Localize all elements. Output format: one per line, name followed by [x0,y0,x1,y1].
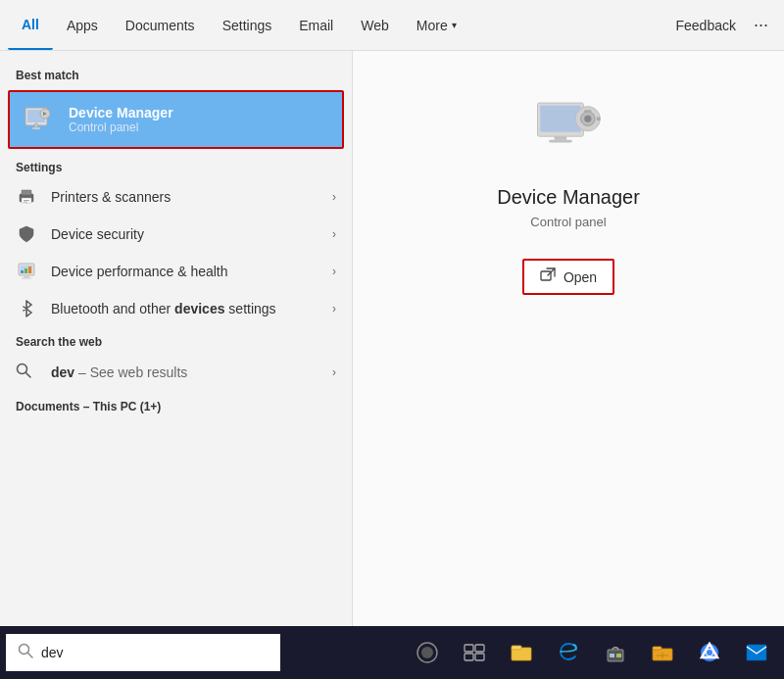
svg-point-33 [421,647,433,658]
tab-apps[interactable]: Apps [53,0,112,50]
svg-rect-35 [475,645,484,652]
svg-rect-8 [24,200,29,201]
right-title: Device Manager [497,186,640,209]
svg-rect-3 [32,127,40,129]
bluetooth-icon [16,300,37,317]
tab-more[interactable]: More ▾ [403,0,470,50]
svg-rect-21 [555,136,567,140]
search-web-label: Search the web [0,327,352,353]
search-box[interactable] [6,634,280,671]
best-match-label: Best match [0,61,352,86]
best-match-subtitle: Control panel [69,121,173,134]
svg-rect-37 [475,654,484,660]
settings-label: Settings [0,153,352,178]
performance-icon [16,263,37,280]
svg-rect-6 [22,190,31,195]
svg-rect-26 [584,110,591,113]
search-icon [18,643,33,662]
svg-rect-27 [597,117,601,121]
svg-line-31 [28,654,33,658]
printer-icon [16,188,37,206]
svg-rect-42 [616,654,621,657]
documents-label: Documents – This PC (1+) [0,392,352,421]
cortana-button[interactable] [408,633,447,672]
taskbar-right [406,633,778,672]
file-explorer-button[interactable] [502,633,541,672]
chevron-right-icon: › [332,265,336,278]
shield-icon [16,225,37,243]
svg-rect-12 [21,270,24,273]
open-label: Open [564,269,597,285]
tab-documents[interactable]: Documents [112,0,209,50]
svg-point-2 [34,123,38,127]
settings-item-bluetooth[interactable]: Bluetooth and other devices settings › [0,290,352,327]
svg-rect-16 [22,278,31,279]
search-web-icon [16,363,37,382]
settings-item-device-perf[interactable]: Device performance & health › [0,253,352,290]
svg-rect-50 [747,645,766,660]
chevron-down-icon: ▾ [452,20,457,30]
chevron-right-icon: › [332,302,336,315]
taskbar [0,626,784,679]
svg-rect-34 [465,645,473,652]
device-perf-label: Device performance & health [51,264,332,279]
task-view-button[interactable] [455,633,494,672]
svg-rect-41 [610,654,614,657]
settings-item-printers[interactable]: Printers & scanners › [0,178,352,216]
best-match-item[interactable]: Device Manager Control panel [8,90,344,149]
tab-email[interactable]: Email [285,0,347,50]
web-chevron-right-icon: › [332,365,336,379]
store-button[interactable] [596,633,635,672]
svg-point-25 [584,116,591,122]
svg-line-18 [26,373,31,378]
tab-all[interactable]: All [8,0,53,50]
edge-button[interactable] [549,633,588,672]
tab-web[interactable]: Web [347,0,403,50]
web-query: dev [51,364,74,380]
svg-rect-22 [549,140,571,143]
mail-button[interactable] [737,633,776,672]
printers-label: Printers & scanners [51,189,332,205]
svg-rect-13 [24,268,27,273]
content-area: Best match Device Manager Control panel … [0,51,784,626]
svg-rect-28 [541,271,551,280]
web-search-item[interactable]: dev – See web results › [0,353,352,392]
bluetooth-label: Bluetooth and other devices settings [51,301,332,316]
left-panel: Best match Device Manager Control panel … [0,51,353,626]
feedback-button[interactable]: Feedback [666,12,746,39]
right-subtitle: Control panel [530,215,606,229]
web-search-text: dev – See web results [51,364,187,380]
best-match-text: Device Manager Control panel [69,105,173,134]
device-manager-large-icon [529,90,608,169]
chevron-right-icon: › [332,227,336,241]
best-match-title: Device Manager [69,105,173,121]
settings-item-device-security[interactable]: Device security › [0,216,352,253]
svg-rect-39 [512,646,521,650]
taskbar-search-input[interactable] [41,645,269,660]
svg-rect-20 [540,106,580,132]
device-security-label: Device security [51,226,332,242]
more-dots-button[interactable]: ··· [746,11,776,39]
right-panel: Device Manager Control panel Open [353,51,784,626]
open-external-icon [540,267,556,286]
svg-rect-44 [653,647,662,650]
tab-settings[interactable]: Settings [209,0,286,50]
chevron-right-icon: › [332,190,336,204]
top-nav: All Apps Documents Settings Email Web Mo… [0,0,784,51]
web-see-results: – See web results [74,364,187,380]
svg-rect-36 [465,654,473,660]
device-manager-small-icon [22,102,57,137]
svg-point-49 [707,650,712,655]
svg-rect-9 [24,202,27,203]
open-button[interactable]: Open [522,259,614,295]
chrome-button[interactable] [690,633,729,672]
file-manager-button[interactable] [643,633,682,672]
svg-rect-15 [24,276,29,278]
svg-rect-14 [28,267,31,273]
